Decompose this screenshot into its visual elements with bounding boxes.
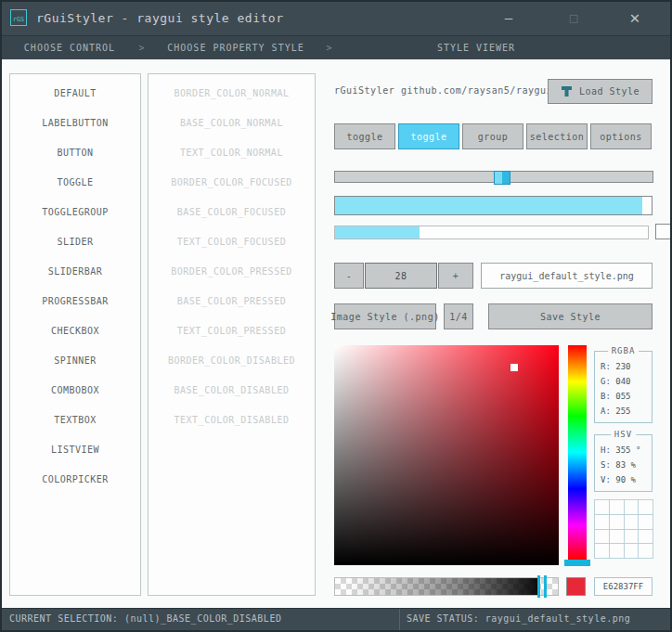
slider-bar[interactable] <box>334 196 653 215</box>
property-list-item[interactable]: BASE_COLOR_DISABLED <box>149 376 315 406</box>
spinner-increment-button[interactable]: + <box>438 263 473 289</box>
chevron-right-icon: > <box>325 43 334 53</box>
ratio-button[interactable]: 1/4 <box>444 303 473 329</box>
color-swatch-cell[interactable] <box>610 530 625 545</box>
alpha-bar-handle[interactable] <box>537 575 547 598</box>
control-list-item[interactable]: SLIDERBAR <box>10 257 140 287</box>
control-list-item[interactable]: TEXTBOX <box>10 406 140 435</box>
property-list-item[interactable]: BORDER_COLOR_PRESSED <box>149 257 315 287</box>
close-icon: ✕ <box>630 7 640 27</box>
toggle-button-1[interactable]: toggle <box>334 123 395 149</box>
color-swatch-cell[interactable] <box>639 500 653 515</box>
rgba-group: RGBA R: 230 G: 040 B: 055 A: 255 <box>594 351 653 423</box>
progress-bar-fill <box>335 226 420 239</box>
app-window: rGS rGuiStyler - raygui style editor — □… <box>0 0 672 632</box>
tab-style-viewer[interactable]: STYLE VIEWER <box>334 43 618 53</box>
section-nav: CHOOSE CONTROL > CHOOSE PROPERTY STYLE >… <box>2 35 670 59</box>
spinner-value[interactable]: 28 <box>365 263 437 289</box>
color-swatch-cell[interactable] <box>625 530 640 545</box>
slider-handle[interactable] <box>494 171 510 185</box>
rgba-red-value: R: 230 <box>595 359 652 374</box>
alpha-gradient-overlay <box>335 578 558 595</box>
chevron-right-icon: > <box>137 43 147 53</box>
repo-link-label[interactable]: github.com/raysan5/raygui <box>401 85 552 96</box>
control-list-item[interactable]: DEFAULT <box>10 79 140 109</box>
control-list-item[interactable]: LABELBUTTON <box>10 109 140 138</box>
status-divider <box>399 609 400 630</box>
property-list-item[interactable]: TEXT_COLOR_FOCUSED <box>149 227 315 257</box>
controls-list-panel: DEFAULT LABELBUTTON BUTTON TOGGLE TOGGLE… <box>9 73 141 596</box>
hue-bar-handle[interactable] <box>564 560 590 566</box>
property-list-item[interactable]: BASE_COLOR_PRESSED <box>149 287 315 316</box>
color-swatch-cell[interactable] <box>639 530 653 545</box>
progress-bar[interactable] <box>334 226 649 239</box>
color-swatch-cell[interactable] <box>625 544 640 559</box>
rgba-group-title: RGBA <box>608 346 640 355</box>
color-swatch-cell[interactable] <box>595 530 610 545</box>
load-style-icon <box>561 85 573 97</box>
color-picker-cursor[interactable] <box>510 364 518 371</box>
property-list-item[interactable]: TEXT_COLOR_NORMAL <box>149 138 315 168</box>
control-list-item[interactable]: BUTTON <box>10 138 140 168</box>
minimize-button[interactable]: — <box>492 2 525 35</box>
color-swatch-cell[interactable] <box>625 515 640 530</box>
hue-bar[interactable] <box>568 345 587 560</box>
control-list-item[interactable]: CHECKBOX <box>10 316 140 346</box>
control-list-item[interactable]: COLORPICKER <box>10 465 140 495</box>
color-swatch-cell[interactable] <box>595 515 610 530</box>
control-list-item[interactable]: SPINNER <box>10 346 140 376</box>
toggle-button-selection[interactable]: selection <box>526 123 588 149</box>
maximize-button[interactable]: □ <box>557 2 590 35</box>
color-swatch-cell[interactable] <box>610 544 625 559</box>
tab-choose-control[interactable]: CHOOSE CONTROL <box>2 43 137 53</box>
property-list-item[interactable]: BORDER_COLOR_FOCUSED <box>149 168 315 198</box>
hsv-group-title: HSV <box>611 430 636 439</box>
control-list-item[interactable]: TOGGLEGROUP <box>10 198 140 227</box>
property-list-item[interactable]: BASE_COLOR_FOCUSED <box>149 198 315 227</box>
hex-value-box[interactable]: E62837FF <box>594 577 653 596</box>
control-list-item[interactable]: COMBOBOX <box>10 376 140 406</box>
rgba-alpha-value: A: 255 <box>595 404 652 419</box>
filename-textbox[interactable]: raygui_default_style.png <box>481 263 653 289</box>
maximize-icon: □ <box>570 10 577 25</box>
toggle-button-options[interactable]: options <box>590 123 652 149</box>
save-status: SAVE STATUS: raygui_default_style.png <box>407 609 630 629</box>
color-swatch-cell[interactable] <box>595 500 610 515</box>
selected-color-swatch <box>566 577 586 596</box>
slider[interactable] <box>334 171 653 183</box>
current-selection-status: CURRENT SELECTION: (null)_BASE_COLOR_DIS… <box>9 609 281 629</box>
hsv-group: HSV H: 355 ° S: 83 % V: 90 % <box>594 434 653 492</box>
hsv-saturation-value: S: 83 % <box>595 458 652 472</box>
app-logo-text: rGS <box>13 16 25 23</box>
color-picker-gradient[interactable] <box>334 345 559 565</box>
property-list-item[interactable]: TEXT_COLOR_PRESSED <box>149 316 315 346</box>
control-list-item[interactable]: LISTVIEW <box>10 435 140 465</box>
toggle-button-2-active[interactable]: toggle <box>398 123 459 149</box>
image-style-button[interactable]: Image Style (.png) <box>334 303 436 329</box>
tab-choose-property-style[interactable]: CHOOSE PROPERTY STYLE <box>147 43 325 53</box>
color-swatch-cell[interactable] <box>595 544 610 559</box>
color-swatch-cell[interactable] <box>610 500 625 515</box>
property-styles-panel: BORDER_COLOR_NORMAL BASE_COLOR_NORMAL TE… <box>148 73 316 596</box>
property-list-item[interactable]: TEXT_COLOR_DISABLED <box>149 406 315 435</box>
color-swatch-cell[interactable] <box>610 515 625 530</box>
color-swatch-cell[interactable] <box>639 515 653 530</box>
hsv-hue-value: H: 355 ° <box>595 443 652 458</box>
save-style-button[interactable]: Save Style <box>488 303 653 329</box>
control-list-item[interactable]: SLIDER <box>10 227 140 257</box>
property-list-item[interactable]: BORDER_COLOR_NORMAL <box>149 79 315 109</box>
spinner-decrement-button[interactable]: - <box>334 263 364 289</box>
toggle-button-group[interactable]: group <box>462 123 523 149</box>
color-swatch-cell[interactable] <box>639 544 653 559</box>
color-swatch-grid <box>594 499 653 559</box>
checkbox[interactable] <box>655 224 671 239</box>
property-list-item[interactable]: BASE_COLOR_NORMAL <box>149 109 315 138</box>
property-list-item[interactable]: BORDER_COLOR_DISABLED <box>149 346 315 376</box>
load-style-button[interactable]: Load Style <box>548 79 653 104</box>
alpha-bar[interactable] <box>334 577 559 596</box>
control-list-item[interactable]: TOGGLE <box>10 168 140 198</box>
title-bar[interactable]: rGS rGuiStyler - raygui style editor — □… <box>2 2 670 35</box>
color-swatch-cell[interactable] <box>625 500 640 515</box>
control-list-item[interactable]: PROGRESSBAR <box>10 287 140 316</box>
close-button[interactable]: ✕ <box>618 2 652 35</box>
